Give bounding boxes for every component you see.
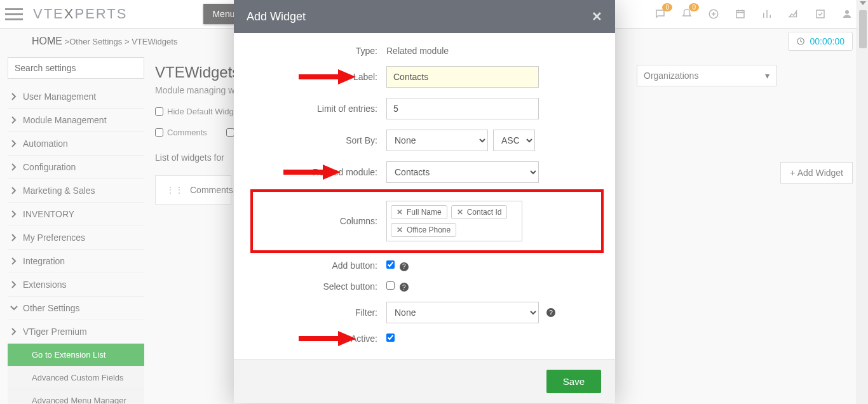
add-button-checkbox[interactable] xyxy=(386,260,395,269)
sort-dir-select[interactable]: ASC xyxy=(493,130,535,151)
help-icon[interactable]: ? xyxy=(400,283,409,292)
svg-rect-9 xyxy=(299,336,338,341)
column-tag[interactable]: ✕Office Phone xyxy=(391,223,456,237)
annotation-arrow-icon xyxy=(299,69,356,84)
column-tag[interactable]: ✕Full Name xyxy=(391,205,447,219)
label-input[interactable] xyxy=(386,66,539,88)
modal-footer: Save xyxy=(234,359,615,403)
type-value: Related module xyxy=(386,46,596,56)
remove-tag-icon[interactable]: ✕ xyxy=(397,226,403,234)
modal-backdrop: Add Widget ✕ Type: Related module Label:… xyxy=(0,0,868,404)
save-button[interactable]: Save xyxy=(546,370,601,393)
svg-marker-8 xyxy=(323,165,341,180)
select-button-label: Select button: xyxy=(253,281,386,292)
related-module-select[interactable]: Contacts xyxy=(386,161,539,183)
remove-tag-icon[interactable]: ✕ xyxy=(397,208,403,217)
svg-marker-10 xyxy=(338,331,356,346)
select-button-checkbox[interactable] xyxy=(386,281,395,290)
scrollbar[interactable] xyxy=(857,0,868,404)
help-icon[interactable]: ? xyxy=(400,262,409,271)
svg-rect-5 xyxy=(299,74,338,79)
annotation-arrow-icon xyxy=(283,165,341,180)
tag-label: Contact Id xyxy=(467,208,502,217)
tag-label: Full Name xyxy=(407,208,442,217)
remove-tag-icon[interactable]: ✕ xyxy=(457,208,463,217)
columns-tag-input[interactable]: ✕Full Name✕Contact Id✕Office Phone xyxy=(386,201,522,241)
close-icon[interactable]: ✕ xyxy=(592,9,602,24)
column-tag[interactable]: ✕Contact Id xyxy=(451,205,508,219)
help-icon[interactable]: ? xyxy=(546,308,555,317)
modal-title: Add Widget xyxy=(247,10,306,24)
svg-rect-7 xyxy=(283,170,323,175)
columns-label: Columns: xyxy=(259,216,386,226)
modal-body: Type: Related module Label: Limit of ent… xyxy=(234,33,615,359)
type-label: Type: xyxy=(253,46,386,56)
filter-label: Filter: xyxy=(253,307,386,318)
sort-label: Sort By: xyxy=(253,135,386,145)
limit-label: Limit of entries: xyxy=(253,104,386,114)
limit-input[interactable] xyxy=(386,98,539,119)
add-widget-modal: Add Widget ✕ Type: Related module Label:… xyxy=(234,0,615,403)
sort-field-select[interactable]: None xyxy=(386,130,488,151)
columns-highlight-box: Columns: ✕Full Name✕Contact Id✕Office Ph… xyxy=(250,189,604,253)
annotation-arrow-icon xyxy=(299,331,356,346)
add-button-label: Add button: xyxy=(253,260,386,271)
tag-label: Office Phone xyxy=(407,226,451,234)
active-checkbox[interactable] xyxy=(386,333,395,342)
filter-select[interactable]: None xyxy=(386,302,539,323)
modal-header: Add Widget ✕ xyxy=(234,0,615,33)
svg-marker-6 xyxy=(338,69,356,84)
